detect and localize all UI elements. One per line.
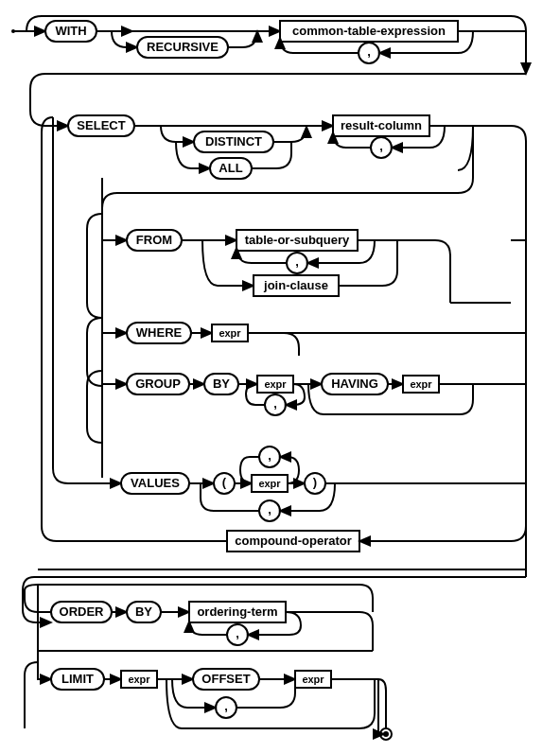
keyword-where: WHERE [127, 323, 191, 343]
svg-text:expr: expr [410, 378, 432, 390]
keyword-having: HAVING [322, 374, 388, 394]
punct-comma-values-outer: , [259, 500, 280, 521]
keyword-recursive: RECURSIVE [137, 37, 228, 58]
svg-text:expr: expr [128, 674, 150, 685]
punct-comma-order: , [227, 624, 248, 645]
nonterminal-common-table-expression: common-table-expression [280, 21, 458, 42]
keyword-order: ORDER [51, 602, 112, 622]
svg-text:BY: BY [213, 376, 230, 391]
svg-text:compound-operator: compound-operator [235, 534, 352, 548]
svg-text:BY: BY [135, 604, 152, 619]
svg-text:,: , [295, 254, 299, 269]
keyword-with: WITH [45, 21, 96, 42]
svg-text:): ) [313, 475, 317, 489]
svg-text:,: , [268, 448, 271, 463]
nonterminal-expr-values: expr [252, 475, 288, 492]
punct-comma-limit: , [216, 697, 236, 718]
nonterminal-compound-operator: compound-operator [227, 531, 359, 552]
svg-text:,: , [224, 699, 228, 713]
svg-text:,: , [367, 44, 371, 59]
svg-text:(: ( [222, 475, 227, 489]
nonterminal-expr-groupby: expr [257, 376, 293, 393]
svg-text:ALL: ALL [219, 161, 242, 175]
svg-text:DISTINCT: DISTINCT [205, 134, 262, 149]
keyword-values: VALUES [121, 473, 189, 494]
svg-text:common-table-expression: common-table-expression [292, 24, 446, 38]
nonterminal-result-column: result-column [333, 115, 429, 136]
svg-text:GROUP: GROUP [135, 376, 181, 391]
keyword-group: GROUP [127, 374, 189, 394]
keyword-by-group: BY [204, 374, 238, 394]
svg-text:OFFSET: OFFSET [201, 672, 250, 686]
svg-text:,: , [273, 396, 277, 411]
punct-comma-values-inner: , [259, 447, 280, 467]
svg-text:expr: expr [258, 478, 281, 489]
svg-text:WITH: WITH [55, 24, 86, 38]
nonterminal-table-or-subquery: table-or-subquery [236, 230, 358, 251]
svg-text:LIMIT: LIMIT [61, 672, 94, 686]
punct-comma-tos: , [287, 253, 307, 273]
svg-text:result-column: result-column [341, 118, 422, 132]
punct-comma-cte: , [359, 43, 379, 63]
nonterminal-expr-offset: expr [295, 671, 331, 688]
nonterminal-expr-having: expr [403, 376, 439, 393]
keyword-limit: LIMIT [51, 669, 104, 690]
keyword-offset: OFFSET [193, 669, 259, 690]
svg-text:join-clause: join-clause [263, 278, 328, 292]
svg-text:ordering-term: ordering-term [197, 604, 277, 619]
keyword-by-order: BY [127, 602, 161, 622]
svg-text:ORDER: ORDER [60, 604, 105, 619]
nonterminal-join-clause: join-clause [254, 275, 339, 296]
svg-text:SELECT: SELECT [77, 118, 125, 132]
svg-text:,: , [236, 626, 239, 640]
svg-text:VALUES: VALUES [131, 476, 180, 490]
svg-text:RECURSIVE: RECURSIVE [147, 40, 219, 54]
svg-text:FROM: FROM [136, 233, 172, 247]
svg-text:HAVING: HAVING [331, 376, 378, 391]
nonterminal-ordering-term: ordering-term [189, 602, 286, 622]
svg-text:,: , [268, 502, 271, 517]
svg-text:expr: expr [219, 327, 241, 339]
punct-comma-result: , [371, 137, 392, 158]
punct-rparen-values: ) [305, 473, 325, 494]
keyword-distinct: DISTINCT [194, 131, 273, 152]
punct-comma-groupby: , [265, 394, 286, 415]
nonterminal-expr-limit: expr [121, 671, 157, 688]
svg-text:expr: expr [264, 378, 287, 390]
nonterminal-expr-where: expr [212, 324, 248, 341]
svg-text:expr: expr [302, 674, 324, 685]
keyword-select: SELECT [68, 115, 134, 136]
punct-lparen-values: ( [214, 473, 235, 494]
svg-text:table-or-subquery: table-or-subquery [245, 233, 350, 247]
svg-text:,: , [379, 139, 383, 153]
keyword-from: FROM [127, 230, 182, 251]
keyword-all: ALL [210, 158, 252, 179]
svg-text:WHERE: WHERE [136, 325, 183, 340]
